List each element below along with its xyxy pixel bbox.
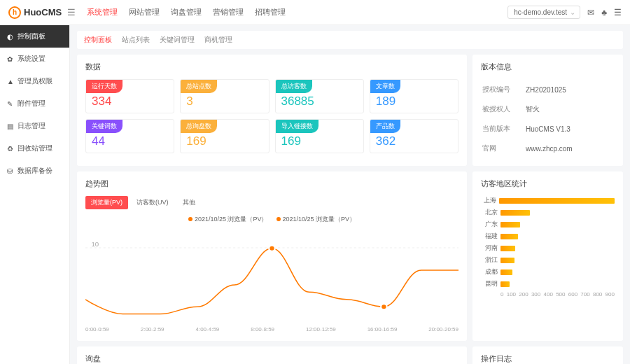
legend-item: 2021/10/25 浏览量（PV） [276, 215, 356, 224]
svg-point-2 [269, 246, 275, 251]
stats-panel: 数据 运行天数334总站点数3总访客数36885文章数189关键词数44总询盘数… [77, 55, 467, 166]
chart-tab[interactable]: 访客数(UV) [131, 196, 174, 209]
sidebar-item[interactable]: ▤日志管理 [0, 115, 69, 137]
chart-tabs: 浏览量(PV)访客数(UV)其他 [85, 196, 458, 209]
region-axis: 0100200300400500600700800900 [481, 291, 615, 298]
menu-toggle-icon[interactable]: ☰ [67, 7, 76, 18]
top-header: h HuoCMS ☰ 系统管理网站管理询盘管理营销管理招聘管理 hc-demo.… [0, 0, 630, 25]
chart-area: 10 [85, 227, 458, 325]
stat-card: 关键词数44 [85, 119, 174, 153]
region-bars: 上海北京广东福建河南浙江成都昆明 [481, 196, 615, 288]
panel-title: 数据 [85, 62, 458, 72]
main-content: 控制面板 站点列表 关键词管理 商机管理 数据 运行天数334总站点数3总访客数… [70, 25, 630, 364]
sidebar-item[interactable]: ⛁数据库备份 [0, 160, 69, 182]
stat-value: 169 [181, 133, 268, 148]
sidebar-icon: ✿ [7, 55, 14, 63]
user-icon[interactable]: ☰ [614, 8, 622, 18]
info-val: HuoCMS V1.3 [526, 120, 613, 138]
top-nav-item[interactable]: 网站管理 [129, 4, 160, 20]
info-key: 当前版本 [482, 120, 524, 138]
info-key: 官网 [482, 139, 524, 158]
stat-card: 运行天数334 [85, 79, 174, 113]
sidebar-item[interactable]: ▲管理员权限 [0, 70, 69, 92]
sidebar-item[interactable]: ◐控制面板 [0, 25, 69, 48]
region-bar [499, 198, 615, 204]
sidebar-icon: ⛁ [7, 167, 14, 175]
top-nav-item[interactable]: 询盘管理 [171, 4, 202, 20]
sidebar-icon: ▤ [7, 122, 14, 130]
stat-label: 运行天数 [86, 80, 122, 93]
stat-value: 362 [370, 133, 458, 148]
domain-select[interactable]: hc-demo.dev.test ⌄ [507, 6, 580, 19]
breadcrumb-item[interactable]: 站点列表 [122, 35, 150, 45]
top-nav-item[interactable]: 招聘管理 [255, 4, 286, 20]
stat-card: 总访客数36885 [275, 79, 364, 113]
stat-value: 36885 [276, 93, 363, 108]
brand-text: HuoCMS [24, 7, 62, 18]
legend-dot-icon [276, 217, 281, 221]
stat-card: 总询盘数169 [180, 119, 269, 153]
sidebar-item[interactable]: ✿系统设置 [0, 48, 69, 70]
svg-text:10: 10 [92, 241, 99, 248]
chart-tab[interactable]: 浏览量(PV) [85, 196, 128, 209]
stat-card: 总站点数3 [180, 79, 269, 113]
sidebar: ◐控制面板✿系统设置▲管理员权限✎附件管理▤日志管理♻回收站管理⛁数据库备份 [0, 25, 70, 364]
breadcrumb-item[interactable]: 关键词管理 [160, 35, 195, 45]
sidebar-icon: ♻ [7, 145, 14, 153]
sidebar-item[interactable]: ♻回收站管理 [0, 137, 69, 160]
info-val: ZH20201025 [526, 80, 613, 99]
region-row: 成都 [481, 267, 615, 276]
stat-label: 关键词数 [86, 120, 122, 133]
region-bar [500, 270, 512, 275]
region-bar [500, 234, 518, 239]
stat-label: 文章数 [370, 80, 400, 93]
mail-icon[interactable]: ✉ [587, 8, 594, 18]
region-bar [500, 258, 514, 263]
brand-logo: h HuoCMS [8, 6, 62, 19]
stat-value: 189 [370, 93, 458, 108]
stat-label: 总询盘数 [181, 120, 217, 133]
chart-legend: 2021/10/25 浏览量（PV）2021/10/25 浏览量（PV） [85, 215, 458, 224]
info-key: 被授权人 [482, 100, 524, 118]
version-table: 授权编号ZH20201025被授权人智火当前版本HuoCMS V1.3官网www… [481, 79, 615, 159]
region-bar [500, 246, 515, 251]
trend-panel: 趋势图 浏览量(PV)访客数(UV)其他 2021/10/25 浏览量（PV）2… [77, 172, 467, 341]
legend-dot-icon [188, 217, 192, 221]
x-axis-labels: 0:00-0:592:00-2:594:00-4:598:00-8:5912:0… [85, 325, 458, 334]
stat-value: 169 [276, 133, 363, 148]
region-panel: 访客地区统计 上海北京广东福建河南浙江成都昆明 0100200300400500… [472, 172, 623, 341]
panel-title: 询盘 [85, 354, 458, 364]
header-right: hc-demo.dev.test ⌄ ✉ ♣ ☰ [507, 6, 622, 19]
region-row: 河南 [481, 244, 615, 253]
top-nav-item[interactable]: 系统管理 [87, 4, 118, 20]
info-val: 智火 [526, 100, 613, 118]
breadcrumb-item[interactable]: 控制面板 [84, 35, 112, 45]
stat-value: 334 [86, 93, 174, 108]
panel-title: 趋势图 [85, 178, 458, 189]
stat-label: 总访客数 [276, 80, 312, 93]
svg-point-3 [381, 304, 387, 309]
sidebar-item[interactable]: ✎附件管理 [0, 92, 69, 115]
region-row: 昆明 [481, 279, 615, 288]
breadcrumb-item[interactable]: 商机管理 [204, 35, 232, 45]
region-bar [500, 210, 530, 216]
bell-icon[interactable]: ♣ [601, 8, 607, 18]
stat-value: 44 [86, 133, 174, 148]
panel-title: 访客地区统计 [481, 178, 615, 189]
stat-value: 3 [181, 93, 268, 108]
stat-label: 总站点数 [181, 80, 217, 93]
sidebar-icon: ◐ [7, 33, 14, 41]
trend-chart: 10 [85, 227, 458, 325]
stats-grid: 运行天数334总站点数3总访客数36885文章数189关键词数44总询盘数169… [85, 79, 458, 153]
oplog-panel: 操作日志 管理员334号更新了关于我们的内容。 2021-10-25 15:13 [472, 346, 623, 364]
breadcrumb: 控制面板 站点列表 关键词管理 商机管理 [77, 31, 623, 49]
logo-icon: h [8, 6, 21, 19]
legend-item: 2021/10/25 浏览量（PV） [188, 215, 268, 224]
top-nav-item[interactable]: 营销管理 [213, 4, 244, 20]
panel-title: 操作日志 [481, 354, 615, 364]
sidebar-icon: ✎ [7, 100, 14, 108]
region-row: 福建 [481, 232, 615, 241]
chart-tab[interactable]: 其他 [177, 196, 201, 209]
top-nav: 系统管理网站管理询盘管理营销管理招聘管理 [87, 4, 286, 20]
region-bar [500, 222, 520, 227]
